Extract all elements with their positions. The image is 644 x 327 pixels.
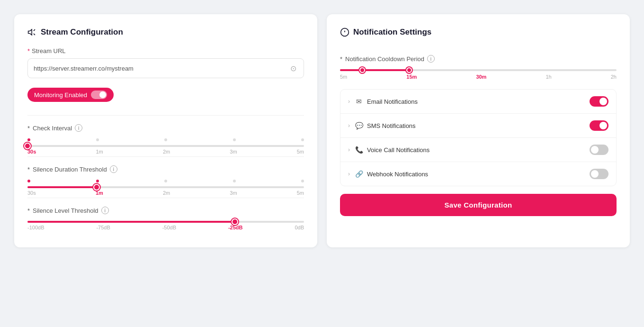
cooldown-slider[interactable]: 5m 15m 30m 1h 2h (340, 69, 617, 80)
check-interval-labels: 30s 1m 2m 3m 5m (27, 149, 304, 154)
notification-icon (340, 27, 349, 37)
silence-dot-0 (27, 180, 30, 182)
webhook-notification-toggle[interactable] (590, 169, 608, 179)
sms-notification-label: SMS Notifications (367, 122, 590, 129)
cooldown-section: * Notification Cooldown Period i 5m 15m … (340, 55, 617, 82)
check-interval-section: * Check Interval i 30s 1m (27, 115, 304, 154)
silence-level-info-icon: i (101, 207, 109, 214)
silence-level-labels: -100dB -75dB -50dB -25dB 0dB (27, 225, 304, 230)
slider-dot-2 (164, 138, 167, 141)
silence-duration-labels: 30s 1m 2m 3m 5m (27, 190, 304, 196)
stream-url-label: *Stream URL (27, 47, 304, 54)
silence-duration-section: * Silence Duration Threshold i 30s (27, 156, 304, 196)
voice-chevron-icon[interactable]: › (348, 146, 350, 153)
silence-duration-fill (27, 186, 97, 188)
silence-duration-thumb[interactable] (93, 184, 100, 191)
svg-line-2 (34, 34, 35, 35)
notification-settings-title: Notification Settings (340, 27, 617, 37)
monitoring-toggle[interactable] (91, 91, 107, 99)
email-icon: ✉ (355, 97, 363, 106)
webhook-notification-label: Webhook Notifications (367, 171, 590, 178)
check-interval-slider[interactable]: 30s 1m 2m 3m 5m (27, 138, 304, 154)
stream-url-input-wrap: ⊙ (27, 58, 304, 78)
check-interval-track (27, 145, 304, 147)
silence-level-track (27, 221, 304, 223)
sms-chevron-icon[interactable]: › (348, 122, 350, 129)
check-interval-thumb[interactable] (24, 143, 31, 149)
silence-level-fill (27, 221, 235, 223)
sms-icon: 💬 (355, 121, 363, 130)
check-interval-label: * Check Interval i (27, 124, 304, 132)
cooldown-info-icon: i (427, 55, 435, 63)
stream-config-card: Stream Configuration *Stream URL ⊙ Monit… (14, 14, 317, 247)
silence-dot-4 (301, 180, 304, 182)
stream-url-input[interactable] (34, 65, 288, 72)
email-notification-label: Email Notifications (367, 98, 590, 105)
notification-rows: › ✉ Email Notifications › 💬 SMS Notifica… (340, 89, 617, 186)
voice-notification-toggle[interactable] (590, 145, 608, 155)
slider-dot-0 (27, 138, 30, 141)
silence-level-label: * Silence Level Threshold i (27, 207, 304, 214)
silence-level-section: * Silence Level Threshold i -100dB -75dB… (27, 198, 304, 230)
silence-duration-label: * Silence Duration Threshold i (27, 165, 304, 173)
notification-settings-heading: Notification Settings (353, 27, 431, 37)
email-notification-toggle[interactable] (590, 96, 608, 107)
silence-level-slider[interactable]: -100dB -75dB -50dB -25dB 0dB (27, 221, 304, 230)
silence-dot-3 (233, 180, 236, 182)
check-interval-info-icon: i (75, 124, 82, 132)
silence-dot-1 (96, 180, 99, 182)
email-notification-row: › ✉ Email Notifications (340, 90, 616, 114)
webhook-icon: 🔗 (355, 170, 363, 178)
cooldown-track (340, 69, 617, 71)
voice-notification-label: Voice Call Notifications (367, 146, 590, 154)
voice-notification-row: › 📞 Voice Call Notifications (340, 138, 616, 162)
play-icon: ⊙ (288, 64, 298, 73)
slider-dot-3 (233, 138, 236, 141)
cooldown-fill (340, 69, 409, 71)
email-chevron-icon[interactable]: › (348, 98, 350, 105)
page-wrapper: Stream Configuration *Stream URL ⊙ Monit… (14, 14, 630, 247)
silence-level-thumb[interactable] (232, 218, 238, 225)
sms-notification-row: › 💬 SMS Notifications (340, 114, 616, 138)
stream-config-title: Stream Configuration (27, 27, 304, 37)
volume-icon (27, 27, 37, 37)
save-configuration-button[interactable]: Save Configuration (340, 194, 617, 216)
cooldown-label: * Notification Cooldown Period i (340, 55, 617, 63)
webhook-notification-row: › 🔗 Webhook Notifications (340, 162, 616, 186)
webhook-chevron-icon[interactable]: › (348, 171, 350, 177)
silence-duration-slider[interactable]: 30s 1m 2m 3m 5m (27, 180, 304, 196)
notification-settings-card: Notification Settings * Notification Coo… (327, 14, 630, 247)
stream-config-heading: Stream Configuration (41, 27, 123, 37)
monitoring-label: Monitoring Enabled (34, 91, 87, 99)
voice-icon: 📞 (355, 145, 363, 154)
svg-line-1 (34, 29, 35, 31)
stream-url-required: * (27, 47, 30, 54)
silence-dot-2 (164, 180, 167, 182)
cooldown-thumb-1[interactable] (359, 67, 365, 73)
sms-notification-toggle[interactable] (590, 120, 608, 131)
cooldown-labels: 5m 15m 30m 1h 2h (340, 74, 617, 80)
silence-duration-track (27, 186, 304, 188)
monitoring-badge: Monitoring Enabled (27, 88, 114, 102)
silence-duration-info-icon: i (110, 165, 117, 173)
svg-marker-0 (28, 29, 32, 35)
slider-dot-4 (301, 138, 304, 141)
cooldown-thumb-2[interactable] (406, 67, 412, 73)
slider-dot-1 (96, 138, 99, 141)
